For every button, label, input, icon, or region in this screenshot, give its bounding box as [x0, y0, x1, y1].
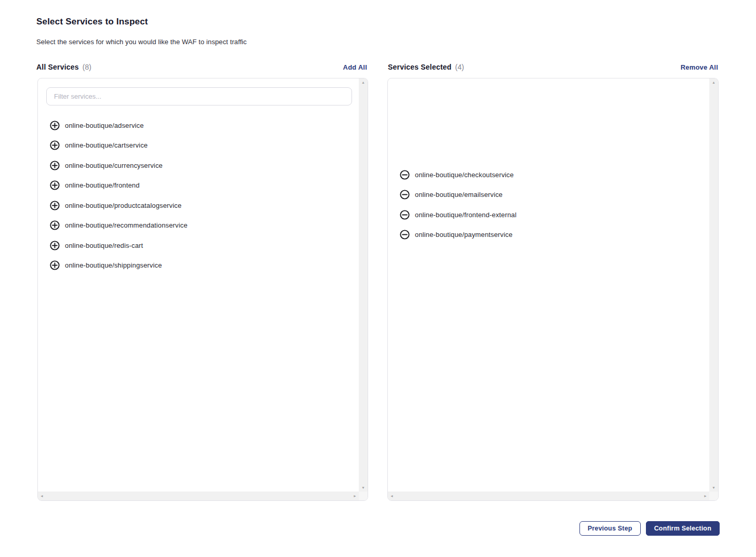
selected-services-header: Services Selected (4) Remove All	[388, 62, 718, 72]
plus-circle-icon[interactable]	[50, 161, 60, 170]
all-services-list: online-boutique/adserviceonline-boutique…	[38, 115, 357, 275]
scroll-right-icon[interactable]: ►	[704, 494, 707, 498]
service-row[interactable]: online-boutique/currencyservice	[38, 155, 357, 176]
all-services-label: All Services	[36, 63, 79, 71]
add-all-link[interactable]: Add All	[343, 63, 367, 71]
horizontal-scrollbar[interactable]: ◄ ►	[388, 492, 709, 500]
service-row[interactable]: online-boutique/redis-cart	[38, 235, 357, 256]
plus-circle-icon[interactable]	[50, 121, 60, 130]
scroll-up-icon[interactable]: ▲	[712, 81, 716, 84]
plus-circle-icon[interactable]	[50, 140, 60, 150]
all-services-header: All Services (8) Add All	[36, 62, 367, 72]
selected-services-list: online-boutique/checkoutserviceonline-bo…	[388, 165, 708, 245]
vertical-scrollbar[interactable]: ▲ ▼	[359, 78, 368, 492]
scrollbar-corner	[359, 492, 368, 500]
all-services-panel: online-boutique/adserviceonline-boutique…	[37, 78, 368, 501]
scroll-down-icon[interactable]: ▼	[712, 486, 716, 489]
service-name: online-boutique/checkoutservice	[415, 171, 514, 179]
selected-services-label: Services Selected	[388, 63, 451, 71]
plus-circle-icon[interactable]	[50, 260, 60, 270]
service-name: online-boutique/shippingservice	[65, 261, 162, 269]
service-name: online-boutique/cartservice	[65, 141, 147, 149]
previous-step-button[interactable]: Previous Step	[579, 521, 641, 536]
plus-circle-icon[interactable]	[50, 220, 60, 230]
plus-circle-icon[interactable]	[50, 201, 60, 210]
service-row[interactable]: online-boutique/paymentservice	[388, 225, 708, 245]
remove-all-link[interactable]: Remove All	[681, 63, 718, 71]
all-services-count: (8)	[83, 63, 91, 71]
service-row[interactable]: online-boutique/adservice	[38, 115, 357, 136]
footer-actions: Previous Step Confirm Selection	[579, 521, 720, 536]
minus-circle-icon[interactable]	[400, 210, 410, 220]
confirm-selection-button[interactable]: Confirm Selection	[646, 521, 720, 536]
service-name: online-boutique/paymentservice	[415, 231, 512, 238]
page-title: Select Services to Inspect	[36, 17, 148, 27]
service-row[interactable]: online-boutique/productcatalogservice	[38, 195, 357, 216]
scroll-left-icon[interactable]: ◄	[40, 494, 44, 498]
service-name: online-boutique/frontend	[65, 181, 140, 189]
service-row[interactable]: online-boutique/checkoutservice	[388, 165, 708, 185]
minus-circle-icon[interactable]	[400, 190, 410, 200]
scroll-up-icon[interactable]: ▲	[361, 81, 365, 84]
selected-services-count: (4)	[455, 63, 464, 71]
page-subtitle: Select the services for which you would …	[36, 38, 247, 46]
service-name: online-boutique/productcatalogservice	[65, 202, 182, 209]
service-row[interactable]: online-boutique/shippingservice	[38, 256, 357, 276]
scroll-right-icon[interactable]: ►	[353, 494, 357, 498]
plus-circle-icon[interactable]	[50, 241, 60, 250]
service-name: online-boutique/emailservice	[415, 191, 503, 198]
service-row[interactable]: online-boutique/cartservice	[38, 136, 357, 156]
service-name: online-boutique/redis-cart	[65, 242, 143, 249]
service-name: online-boutique/frontend-external	[415, 211, 517, 219]
service-row[interactable]: online-boutique/frontend-external	[388, 205, 708, 225]
scroll-left-icon[interactable]: ◄	[390, 494, 394, 498]
selected-services-panel: online-boutique/checkoutserviceonline-bo…	[387, 78, 719, 501]
plus-circle-icon[interactable]	[50, 180, 60, 190]
service-row[interactable]: online-boutique/emailservice	[388, 185, 708, 205]
service-name: online-boutique/currencyservice	[65, 162, 163, 169]
scroll-down-icon[interactable]: ▼	[361, 486, 365, 489]
service-row[interactable]: online-boutique/frontend	[38, 176, 357, 196]
service-row[interactable]: online-boutique/recommendationservice	[38, 216, 357, 236]
scrollbar-corner	[709, 492, 718, 500]
horizontal-scrollbar[interactable]: ◄ ►	[38, 492, 359, 500]
filter-services-input[interactable]	[46, 87, 352, 105]
service-name: online-boutique/recommendationservice	[65, 221, 187, 229]
vertical-scrollbar[interactable]: ▲ ▼	[709, 78, 718, 492]
service-name: online-boutique/adservice	[65, 122, 144, 129]
minus-circle-icon[interactable]	[400, 170, 410, 180]
minus-circle-icon[interactable]	[400, 230, 410, 240]
